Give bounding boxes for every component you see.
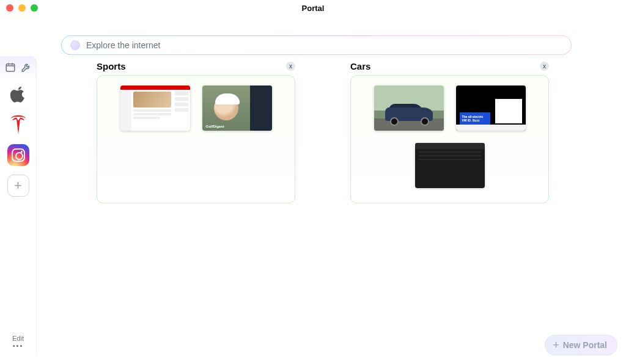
sidebar: + Edit ••• bbox=[0, 56, 37, 355]
group-sports: Sports x bbox=[97, 61, 295, 203]
edit-label: Edit bbox=[0, 335, 36, 342]
sidebar-edit[interactable]: Edit ••• bbox=[0, 335, 36, 349]
tab-thumbnail-car[interactable] bbox=[374, 86, 444, 131]
svg-rect-0 bbox=[6, 64, 15, 71]
close-group-button[interactable]: x bbox=[286, 62, 295, 71]
thumb-caption: The all-electric VW ID. Buzz bbox=[462, 115, 484, 122]
plus-icon: + bbox=[553, 339, 559, 352]
globe-icon bbox=[70, 40, 80, 50]
more-icon: ••• bbox=[0, 342, 36, 349]
sidebar-app-apple[interactable] bbox=[7, 83, 29, 105]
sidebar-app-instagram[interactable] bbox=[7, 144, 29, 166]
tab-thumbnail-dark[interactable] bbox=[415, 143, 485, 188]
search-input[interactable] bbox=[86, 40, 562, 50]
tab-thumbnail-vw[interactable]: The all-electric VW ID. Buzz bbox=[456, 86, 526, 131]
group-cars: Cars x The all-electric VW ID. Buzz bbox=[350, 61, 549, 203]
tab-thumbnail-espn[interactable] bbox=[120, 86, 190, 131]
group-panel: GolfDigest bbox=[97, 75, 295, 203]
new-portal-label: New Portal bbox=[563, 340, 607, 350]
search-bar[interactable] bbox=[61, 35, 572, 55]
group-panel: The all-electric VW ID. Buzz bbox=[350, 75, 549, 203]
calendar-icon[interactable] bbox=[4, 61, 17, 73]
tab-thumbnail-golf[interactable]: GolfDigest bbox=[202, 86, 272, 131]
main-content: Sports x bbox=[37, 61, 626, 364]
group-title: Cars bbox=[350, 61, 370, 71]
group-title: Sports bbox=[97, 61, 126, 71]
sidebar-app-tesla[interactable] bbox=[7, 114, 29, 136]
window-title: Portal bbox=[0, 4, 626, 13]
thumb-overlay-text: GolfDigest bbox=[206, 125, 224, 128]
close-group-button[interactable]: x bbox=[540, 62, 549, 71]
add-app-button[interactable]: + bbox=[7, 175, 29, 197]
wrench-icon[interactable] bbox=[20, 61, 32, 73]
new-portal-button[interactable]: + New Portal bbox=[545, 335, 617, 355]
